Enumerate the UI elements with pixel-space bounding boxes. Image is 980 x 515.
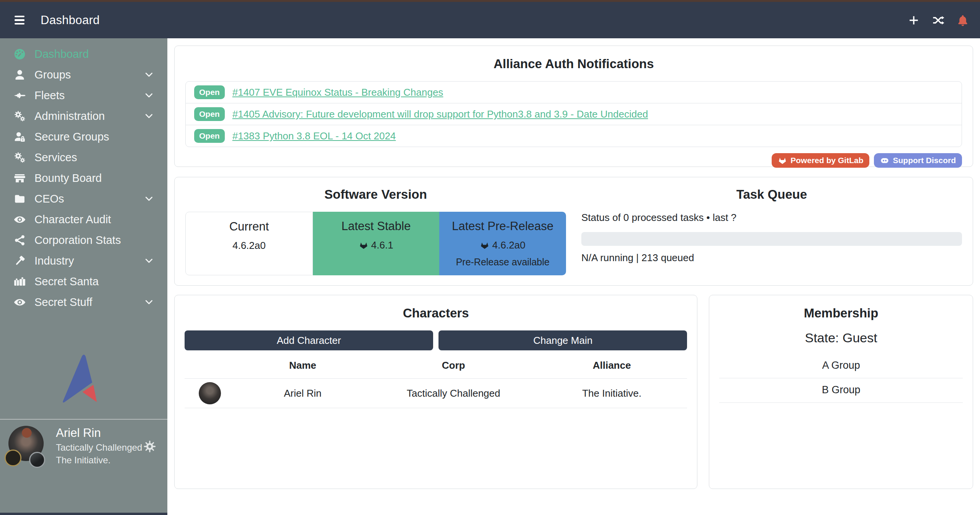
sidebar-item-secret-santa[interactable]: Secret Santa (0, 271, 167, 292)
status-badge: Open (194, 85, 225, 99)
cogs-icon (11, 151, 28, 164)
gitlab-icon (778, 156, 787, 165)
menu-toggle-button[interactable] (11, 13, 28, 28)
sidebar-item-groups[interactable]: Groups (0, 64, 167, 85)
sidebar-item-secret-stuff[interactable]: Secret Stuff (0, 292, 167, 312)
characters-title: Characters (185, 306, 687, 320)
discord-icon (880, 156, 889, 165)
membership-group: A Group (719, 354, 963, 378)
add-icon[interactable] (907, 14, 920, 27)
membership-state: State: Guest (719, 330, 963, 345)
page-title: Dashboard (41, 13, 100, 27)
sidebar-item-ceos[interactable]: CEOs (0, 188, 167, 209)
add-character-button[interactable]: Add Character (185, 330, 433, 350)
header-alliance: Alliance (537, 353, 687, 379)
notification-row: Open #1407 EVE Equinox Status - Breaking… (185, 81, 962, 103)
notifications-list: Open #1407 EVE Equinox Status - Breaking… (185, 81, 962, 147)
fighter-jet-icon (11, 89, 28, 102)
notification-row: Open #1405 Advisory: Future development … (185, 103, 962, 125)
sidebar-item-industry[interactable]: Industry (0, 250, 167, 271)
version-prerelease: Latest Pre-Release 4.6.2a0 Pre-Release a… (439, 212, 566, 275)
table-row: Ariel Rin Tactically Challenged The Init… (185, 379, 687, 408)
sidebar-user-panel: Ariel Rin Tactically Challenged The Init… (0, 419, 167, 474)
shuffle-icon[interactable] (931, 14, 946, 27)
status-badge: Open (194, 107, 225, 121)
notifications-footer: Powered by GitLab Support Discord (185, 153, 962, 168)
gitlab-icon (359, 240, 368, 250)
gitlab-icon (480, 240, 489, 250)
membership-title: Membership (719, 306, 963, 320)
user-avatar (8, 426, 47, 467)
topbar: Dashboard (0, 0, 980, 38)
header-corp: Corp (371, 353, 537, 379)
characters-panel: Characters Add Character Change Main Nam… (174, 295, 697, 489)
user-icon (11, 69, 28, 81)
eye-icon (11, 296, 28, 309)
eye-icon (11, 213, 28, 226)
membership-panel: Membership State: Guest A Group B Group (709, 295, 973, 489)
task-queue-title: Task Queue (581, 187, 962, 202)
bell-icon[interactable] (956, 14, 969, 27)
cell-alliance: The Initiative. (537, 379, 687, 408)
sidebar-nav: Dashboard Groups Fleets A (0, 38, 167, 312)
membership-group: B Group (719, 378, 963, 403)
software-version-title: Software Version (185, 187, 566, 202)
sidebar: Dashboard Groups Fleets A (0, 38, 167, 515)
powered-by-gitlab-badge[interactable]: Powered by GitLab (772, 153, 869, 168)
sidebar-item-corporation-stats[interactable]: Corporation Stats (0, 230, 167, 250)
bottom-row: Characters Add Character Change Main Nam… (174, 295, 973, 489)
alliance-logo-badge (29, 452, 45, 468)
sidebar-item-secure-groups[interactable]: Secure Groups (0, 126, 167, 147)
share-icon (11, 234, 28, 247)
header-portrait (185, 353, 235, 379)
chevron-down-icon (144, 90, 154, 101)
notification-link[interactable]: #1383 Python 3.8 EOL - 14 Oct 2024 (232, 130, 396, 142)
chevron-down-icon (144, 69, 154, 80)
character-portrait (199, 382, 221, 404)
store-icon (11, 172, 28, 185)
chevron-down-icon (144, 255, 154, 266)
task-queue-line: N/A running | 213 queued (581, 252, 962, 264)
change-main-button[interactable]: Change Main (438, 330, 687, 350)
sidebar-item-fleets[interactable]: Fleets (0, 85, 167, 106)
notifications-panel: Alliance Auth Notifications Open #1407 E… (174, 46, 973, 167)
sidebar-item-services[interactable]: Services (0, 147, 167, 168)
main-content: Alliance Auth Notifications Open #1407 E… (167, 38, 980, 515)
chevron-down-icon (144, 297, 154, 307)
chevron-down-icon (144, 193, 154, 204)
sidebar-item-character-audit[interactable]: Character Audit (0, 209, 167, 230)
sidebar-item-administration[interactable]: Administration (0, 106, 167, 126)
user-name: Ariel Rin (56, 426, 142, 440)
corp-logo-badge (5, 450, 21, 466)
software-version-section: Software Version Current 4.6.2a0 Latest … (185, 186, 566, 277)
notification-row: Open #1383 Python 3.8 EOL - 14 Oct 2024 (185, 125, 962, 147)
status-panel: Software Version Current 4.6.2a0 Latest … (174, 177, 973, 286)
cogs-icon (11, 110, 28, 123)
sidebar-bottom-strip (0, 513, 167, 515)
sidebar-item-dashboard[interactable]: Dashboard (0, 44, 167, 64)
user-alliance: The Initiative. (56, 454, 142, 466)
gifts-icon (11, 275, 28, 288)
user-info: Ariel Rin Tactically Challenged The Init… (56, 426, 142, 466)
support-discord-badge[interactable]: Support Discord (874, 153, 962, 168)
characters-table: Name Corp Alliance Ariel Rin Tactically … (185, 353, 687, 408)
version-current: Current 4.6.2a0 (185, 212, 313, 275)
header-name: Name (235, 353, 370, 379)
notification-link[interactable]: #1407 EVE Equinox Status - Breaking Chan… (232, 87, 443, 98)
task-status-line: Status of 0 processed tasks • last ? (581, 212, 962, 224)
version-stable: Latest Stable 4.6.1 (313, 212, 440, 275)
user-corp: Tactically Challenged (56, 441, 142, 454)
topbar-actions (907, 14, 969, 27)
notifications-title: Alliance Auth Notifications (185, 57, 962, 71)
characters-actions: Add Character Change Main (185, 330, 687, 350)
cell-corp: Tactically Challenged (371, 379, 537, 408)
task-queue-section: Task Queue Status of 0 processed tasks •… (581, 186, 962, 277)
gauge-icon (11, 48, 28, 60)
notification-link[interactable]: #1405 Advisory: Future development will … (232, 108, 648, 120)
hammer-icon (11, 255, 28, 267)
folder-icon (11, 193, 28, 205)
cell-name: Ariel Rin (235, 379, 370, 408)
alliance-auth-logo (55, 352, 113, 406)
sidebar-item-bounty-board[interactable]: Bounty Board (0, 168, 167, 188)
settings-gear-icon[interactable] (143, 440, 157, 453)
